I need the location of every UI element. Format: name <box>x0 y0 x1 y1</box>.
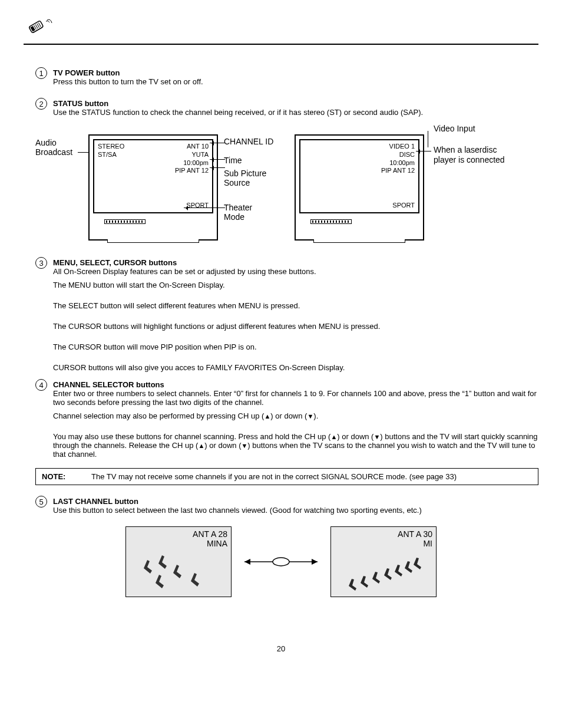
item-4: 4 CHANNEL SELECTOR buttons Enter two or … <box>24 380 538 462</box>
svg-marker-8 <box>244 559 250 565</box>
tv-controls-icon <box>104 219 146 224</box>
svg-marker-11 <box>312 559 318 565</box>
bullet-2-icon: 2 <box>35 98 47 110</box>
svg-line-4 <box>37 24 39 28</box>
item-2: 2 STATUS button Use the STATUS function … <box>24 99 538 117</box>
item-1-title: TV POWER button <box>53 68 120 77</box>
photo-2-label: ANT A 30MI <box>398 529 432 548</box>
note-label: NOTE: <box>42 472 77 481</box>
item-3-p6: CURSOR buttons will also give you acces … <box>53 363 538 372</box>
svg-line-5 <box>38 23 41 27</box>
callout-channel-id: CHANNEL ID <box>224 137 273 146</box>
item-3-p5: The CURSOR button will move PIP position… <box>53 342 538 351</box>
bullet-4-icon: 4 <box>35 379 47 391</box>
remote-control-icon <box>24 18 538 39</box>
osd-yuta: YUTA <box>191 151 209 158</box>
callout-theater-mode: TheaterMode <box>224 203 252 222</box>
osd-sport: SPORT <box>186 202 209 210</box>
audio-broadcast-label: Audio Broadcast <box>35 138 88 157</box>
item-2-desc: Use the STATUS function to check the cha… <box>53 108 423 117</box>
last-channel-diagram: ANT A 28MINA ANT A 30MI <box>116 526 446 597</box>
item-4-title: CHANNEL SELECTOR buttons <box>53 380 164 389</box>
triangle-down-icon: ▼ <box>241 442 247 449</box>
arrow-line <box>416 151 431 151</box>
svg-point-9 <box>273 558 289 566</box>
photo-sport-2: ANT A 30MI <box>330 526 437 597</box>
callout-video-input: Video Input <box>434 124 475 133</box>
callout-time: Time <box>224 156 242 165</box>
arrow-line <box>210 167 225 168</box>
osd-stereo: STEREO <box>98 143 124 150</box>
status-diagram: Audio Broadcast STEREO ST/SA ANT 10 YUTA… <box>35 134 538 241</box>
item-4-p2: Channel selection may also be performed … <box>53 411 538 420</box>
callout-sub-picture: Sub PictureSource <box>224 169 266 187</box>
note-box: NOTE: The TV may not receive some channe… <box>35 468 538 485</box>
arrow-line <box>184 207 225 208</box>
page-number: 20 <box>24 644 538 653</box>
item-5: 5 LAST CHANNEL button Use this button to… <box>24 497 538 515</box>
photo-1-label: ANT A 28MINA <box>193 529 227 548</box>
osd-video: VIDEO 1 <box>389 143 415 150</box>
header-rule <box>24 18 538 45</box>
item-3-p4: The CURSOR buttons will highlight functi… <box>53 322 538 331</box>
item-4-p1: Enter two or three numbers to select cha… <box>53 389 537 407</box>
item-3: 3 MENU, SELECT, CURSOR buttons All On-Sc… <box>24 258 538 375</box>
callout-laserdisc: When a laserdiscplayer is connected <box>434 145 505 165</box>
triangle-up-icon: ▲ <box>330 433 337 440</box>
item-2-title: STATUS button <box>53 99 108 108</box>
item-1: 1 TV POWER button Press this button to t… <box>24 68 538 86</box>
svg-rect-0 <box>29 21 44 33</box>
note-text: The TV may not receive some channels if … <box>91 472 457 481</box>
triangle-up-icon: ▲ <box>198 442 204 449</box>
tv-stand-icon <box>313 239 405 243</box>
item-5-desc: Use this button to select between the la… <box>53 506 422 515</box>
osd-time: 10:00pm <box>183 159 209 166</box>
bullet-5-icon: 5 <box>35 496 47 508</box>
triangle-up-icon: ▲ <box>264 413 270 420</box>
photo-sport-1: ANT A 28MINA <box>125 526 232 597</box>
arrow-line <box>210 143 225 143</box>
osd-disc: DISC <box>399 151 415 158</box>
osd-time-2: 10:00pm <box>389 159 415 166</box>
osd-pip: PIP ANT 12 <box>175 167 209 174</box>
triangle-down-icon: ▼ <box>373 433 380 440</box>
tv-screen-1: STEREO ST/SA ANT 10 YUTA 10:00pm PIP ANT… <box>88 134 224 241</box>
osd-stsa: ST/SA <box>98 151 117 158</box>
osd-sport-2: SPORT <box>392 202 415 210</box>
tv-stand-icon <box>107 239 199 243</box>
bullet-3-icon: 3 <box>35 257 47 269</box>
arrow-line <box>210 159 225 160</box>
item-4-p3: You may also use these buttons for chann… <box>53 432 538 459</box>
item-1-desc: Press this button to turn the TV set on … <box>53 77 203 86</box>
item-5-title: LAST CHANNEL button <box>53 497 138 506</box>
swap-arrow-icon <box>240 553 322 571</box>
svg-line-3 <box>35 25 38 29</box>
item-3-p1: All On-Screen Display features can be se… <box>53 267 316 276</box>
arrow-line <box>428 131 428 147</box>
bullet-1-icon: 1 <box>35 67 47 79</box>
tv-screen-2: VIDEO 1 DISC 10:00pm PIP ANT 12 SPORT <box>295 134 430 241</box>
osd-pip-2: PIP ANT 12 <box>381 167 415 174</box>
item-3-title: MENU, SELECT, CURSOR buttons <box>53 258 177 267</box>
item-3-p3: The SELECT button will select different … <box>53 301 538 310</box>
osd-ant: ANT 10 <box>187 143 209 150</box>
tv-controls-icon <box>310 219 352 224</box>
item-3-p2: The MENU button will start the On-Screen… <box>53 281 538 289</box>
triangle-down-icon: ▼ <box>307 413 313 420</box>
